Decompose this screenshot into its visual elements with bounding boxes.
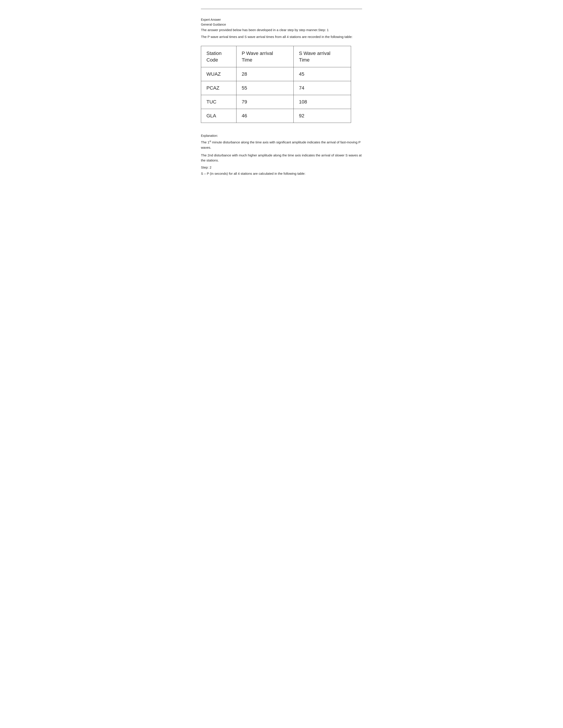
expert-answer-label: Expert Answer bbox=[201, 18, 362, 21]
cell-s-wave-2: 108 bbox=[294, 95, 351, 109]
wave-arrival-table: StationCode P Wave arrivalTime S Wave ar… bbox=[201, 46, 351, 123]
cell-s-wave-1: 74 bbox=[294, 81, 351, 95]
table-row: GLA4692 bbox=[201, 109, 351, 123]
top-divider bbox=[201, 9, 362, 9]
step1-desc: The P wave arrival times and S wave arri… bbox=[201, 34, 362, 39]
cell-station-2: TUC bbox=[201, 95, 236, 109]
table-row: WUAZ2845 bbox=[201, 67, 351, 81]
explanation-label: Explanation: bbox=[201, 134, 362, 137]
cell-p-wave-1: 55 bbox=[236, 81, 294, 95]
cell-s-wave-0: 45 bbox=[294, 67, 351, 81]
table-header-row: StationCode P Wave arrivalTime S Wave ar… bbox=[201, 46, 351, 67]
cell-p-wave-2: 79 bbox=[236, 95, 294, 109]
explanation-para1: The 1st minute disturbance along the tim… bbox=[201, 140, 362, 150]
cell-station-3: GLA bbox=[201, 109, 236, 123]
wave-arrival-table-container: StationCode P Wave arrivalTime S Wave ar… bbox=[201, 46, 362, 123]
cell-p-wave-3: 46 bbox=[236, 109, 294, 123]
sup-st: st bbox=[209, 140, 211, 143]
cell-station-0: WUAZ bbox=[201, 67, 236, 81]
cell-s-wave-3: 92 bbox=[294, 109, 351, 123]
table-row: TUC79108 bbox=[201, 95, 351, 109]
step1-intro: The answer provided below has been devel… bbox=[201, 28, 362, 33]
explanation-para2: The 2nd disturbance with much higher amp… bbox=[201, 153, 362, 163]
col-station-code: StationCode bbox=[201, 46, 236, 67]
cell-p-wave-0: 28 bbox=[236, 67, 294, 81]
col-s-wave: S Wave arrivalTime bbox=[294, 46, 351, 67]
step2-label: Step: 2 bbox=[201, 165, 362, 169]
col-p-wave: P Wave arrivalTime bbox=[236, 46, 294, 67]
table-row: PCAZ5574 bbox=[201, 81, 351, 95]
step2-desc: S – P (in seconds) for all 4 stations ar… bbox=[201, 171, 362, 176]
cell-station-1: PCAZ bbox=[201, 81, 236, 95]
general-guidance-label: General Guidance bbox=[201, 23, 362, 26]
